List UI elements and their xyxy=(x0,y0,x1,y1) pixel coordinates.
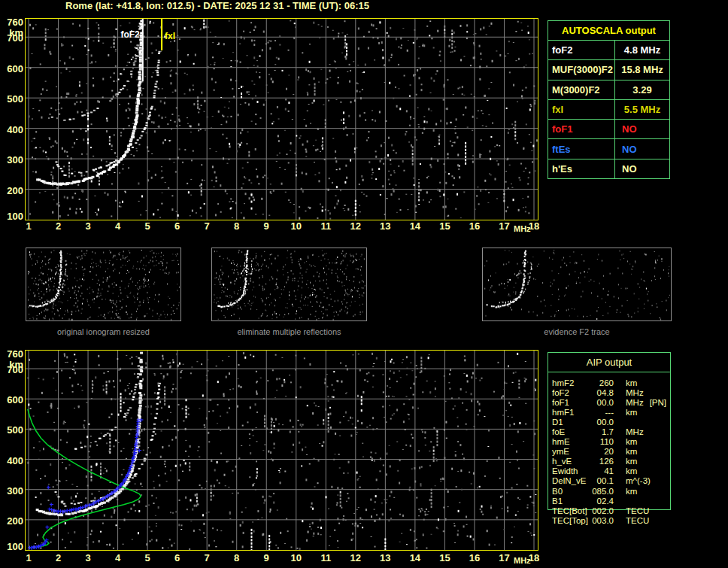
x-tick-label: 16 xyxy=(465,553,484,563)
aip-table-row: D100.0 xyxy=(548,417,669,427)
x-tick-label: 1 xyxy=(19,221,38,232)
x-axis-unit-label: MHz xyxy=(514,224,531,233)
x-tick-label: 7 xyxy=(197,221,217,232)
x-tick-label: 5 xyxy=(138,553,157,563)
y-tick-label: 400 xyxy=(0,456,23,466)
aip-row-label: hmF2 xyxy=(548,378,591,387)
autoscala-row-value: NO xyxy=(615,139,669,158)
x-tick-label: 8 xyxy=(227,221,247,232)
autoscala-table-row: MUF(3000)F215.8 MHz xyxy=(548,59,669,79)
x-axis-unit-label: MHz xyxy=(514,556,531,565)
x-tick-label: 8 xyxy=(227,553,247,563)
autoscala-row-label: MUF(3000)F2 xyxy=(548,60,615,79)
autoscala-row-value: 4.8 MHz xyxy=(615,41,669,59)
autoscala-table-rows: foF24.8 MHzMUF(3000)F215.8 MHzM(3000)F23… xyxy=(548,41,669,178)
aip-table-row: ymE20km xyxy=(548,447,669,457)
aip-table-row: TEC[Top]003.0TECU xyxy=(548,515,669,525)
x-tick-label: 5 xyxy=(138,221,157,232)
y-tick-label: 500 xyxy=(0,94,23,105)
autoscala-table-row: foF24.8 MHz xyxy=(548,41,669,59)
autoscala-table-title: AUTOSCALA output xyxy=(548,21,669,41)
x-tick-label: 11 xyxy=(316,553,335,563)
x-tick-label: 4 xyxy=(108,221,128,232)
thumbnail-evidence-f2-trace xyxy=(482,248,672,321)
aip-row-value: 02.4 xyxy=(591,497,614,506)
aip-row-value: 04.8 xyxy=(591,388,614,397)
y-tick-label: 760 xyxy=(0,349,23,360)
aip-table-row: foF204.8MHz xyxy=(548,387,669,397)
aip-table-row: DelN_vE00.1m^(-3) xyxy=(548,476,669,486)
x-tick-label: 10 xyxy=(287,221,306,232)
x-tick-label: 10 xyxy=(287,553,306,563)
aip-row-value: 00.1 xyxy=(591,476,614,485)
x-tick-label: 4 xyxy=(108,553,128,563)
aip-row-unit: km xyxy=(614,466,637,475)
autoscala-table-row: foF1NO xyxy=(548,119,669,138)
autoscala-row-label: foF2 xyxy=(548,41,615,59)
aip-row-unit: km xyxy=(614,378,637,387)
thumbnail-caption-1: original ionogram resized xyxy=(26,327,181,337)
aip-row-label: foF1 xyxy=(548,398,591,407)
aip-table-row: hmE110km xyxy=(548,437,669,447)
y-tick-label: 400 xyxy=(0,125,23,135)
aip-row-value: 110 xyxy=(591,437,614,446)
y-tick-label: 300 xyxy=(0,486,23,497)
autoscala-output-table: AUTOSCALA output foF24.8 MHzMUF(3000)F21… xyxy=(548,20,670,179)
aip-row-label: h_vE xyxy=(548,457,591,466)
aip-row-label: B0 xyxy=(548,487,591,496)
aip-row-unit: TECU xyxy=(614,506,649,515)
aip-row-value: 002.0 xyxy=(591,506,614,515)
x-tick-label: 3 xyxy=(78,553,98,563)
aip-row-label: D1 xyxy=(548,418,591,427)
x-tick-label: 13 xyxy=(375,553,395,563)
aip-row-unit: km xyxy=(614,408,637,417)
y-tick-label: 760 xyxy=(0,17,23,28)
aip-table-row: foE1.7MHz xyxy=(548,427,669,436)
autoscala-row-value: NO xyxy=(615,159,669,178)
aip-table-row: hmF1---km xyxy=(548,407,669,417)
aip-row-value: 00.0 xyxy=(591,418,614,427)
aip-row-label: hmF1 xyxy=(548,408,591,417)
x-tick-label: 11 xyxy=(316,221,335,232)
y-tick-label: 200 xyxy=(0,516,23,527)
x-tick-label: 7 xyxy=(197,553,217,563)
y-tick-label: 300 xyxy=(0,155,23,166)
thumbnail-caption-2: eliminate multiple reflections xyxy=(211,327,367,337)
x-tick-label: 6 xyxy=(168,553,187,563)
aip-row-value: 00.0 xyxy=(591,398,614,407)
autoscala-row-value: 5.5 MHz xyxy=(615,100,669,119)
x-tick-label: 2 xyxy=(49,553,68,563)
x-tick-label: 9 xyxy=(256,553,276,563)
x-tick-label: 2 xyxy=(49,221,68,232)
aip-row-label: ymE xyxy=(548,447,591,456)
y-tick-label: 100 xyxy=(0,211,23,222)
aip-row-value: 085.0 xyxy=(591,487,614,496)
ionogram-plot-bottom xyxy=(25,350,538,551)
thumbnail-caption-3: evidence F2 trace xyxy=(482,327,672,337)
aip-table-row: hmF2260km xyxy=(548,378,669,387)
aip-table-row: h_vE126km xyxy=(548,457,669,466)
autoscala-row-label: foF1 xyxy=(548,120,615,138)
aip-row-label: TEC[Top] xyxy=(548,516,591,525)
aip-table-row: B102.4 xyxy=(548,496,669,506)
svg-text:foF2: foF2 xyxy=(120,29,140,40)
x-tick-label: 15 xyxy=(435,553,454,563)
autoscala-row-value: NO xyxy=(615,120,669,138)
autoscala-row-label: fxI xyxy=(548,100,615,119)
x-tick-label: 9 xyxy=(256,221,276,232)
aip-row-label: DelN_vE xyxy=(548,476,591,485)
thumbnail-canvas-1 xyxy=(26,248,180,320)
y-tick-label: 500 xyxy=(0,425,23,436)
x-tick-label: 17 xyxy=(494,221,514,232)
thumbnail-canvas-2 xyxy=(212,248,366,320)
page-title: Rome (lat: +41.8, lon: 012.5) - DATE: 20… xyxy=(65,0,369,11)
y-tick-label: 100 xyxy=(0,542,23,552)
aip-row-unit: km xyxy=(614,437,637,446)
aip-row-unit: TECU xyxy=(614,516,649,525)
aip-row-unit: km xyxy=(614,457,637,466)
autoscala-row-value: 15.8 MHz xyxy=(615,60,669,79)
autoscala-table-row: ftEsNO xyxy=(548,138,669,158)
ionogram-plot-top: foF2fxI xyxy=(25,18,538,220)
aip-row-value: 20 xyxy=(591,447,614,456)
aip-row-value: 260 xyxy=(591,378,614,387)
